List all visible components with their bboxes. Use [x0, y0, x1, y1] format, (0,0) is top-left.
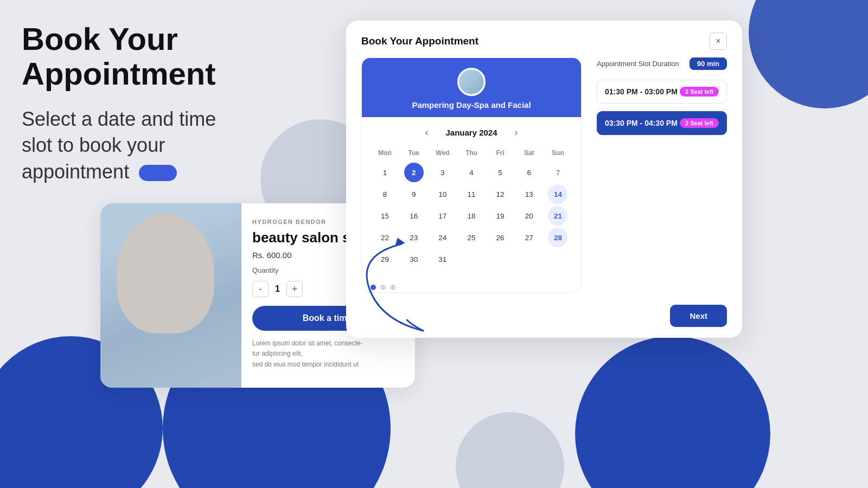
seat-badge-1: 2 Seat left — [680, 87, 719, 97]
page-main-title: Book Your Appointment — [22, 22, 347, 91]
cal-day-29[interactable]: 29 — [375, 249, 395, 269]
cal-header-sat: Sat — [515, 147, 544, 159]
service-avatar — [457, 68, 486, 96]
calendar-section: Pampering Day-Spa and Facial ‹ January 2… — [361, 57, 582, 293]
modal-close-button[interactable]: × — [710, 33, 727, 50]
cal-day-10[interactable]: 10 — [433, 184, 452, 204]
cal-header-tue: Tue — [399, 147, 428, 159]
cal-day-28[interactable]: 28 — [548, 228, 567, 247]
cal-day-9[interactable]: 9 — [404, 184, 424, 204]
bg-shape-top-right — [749, 0, 868, 108]
cal-day-13[interactable]: 13 — [519, 184, 539, 204]
cal-day-7[interactable]: 7 — [548, 163, 567, 182]
cal-header-thu: Thu — [457, 147, 486, 159]
cal-day-14[interactable]: 14 — [548, 184, 567, 204]
cal-day-19[interactable]: 19 — [490, 206, 510, 226]
cal-week-3: 15 16 17 18 19 20 21 — [371, 206, 572, 226]
cal-day-30[interactable]: 30 — [404, 249, 424, 269]
cal-day-17[interactable]: 17 — [433, 206, 452, 226]
cal-day-27[interactable]: 27 — [519, 228, 539, 247]
qty-plus-button[interactable]: + — [286, 281, 303, 297]
month-year-label: January 2024 — [445, 128, 497, 137]
slot-item-1[interactable]: 01:30 PM - 03:00 PM 2 Seat left — [597, 80, 727, 104]
cal-day-24[interactable]: 24 — [433, 228, 452, 247]
slot-duration-label: Appointment Slot Duration — [597, 60, 679, 68]
cal-day-1[interactable]: 1 — [375, 163, 395, 182]
cal-day-15[interactable]: 15 — [375, 206, 395, 226]
cal-day-8[interactable]: 8 — [375, 184, 395, 204]
cal-header-row: Mon Tue Wed Thu Fri Sat Sun — [371, 147, 572, 159]
modal-title: Book Your Appointment — [361, 35, 478, 47]
cal-day-3[interactable]: 3 — [433, 163, 452, 182]
bg-shape-bottom-gray — [456, 412, 564, 488]
cal-header-wed: Wed — [428, 147, 457, 159]
slots-section: Appointment Slot Duration 90 min 01:30 P… — [597, 57, 727, 293]
cal-header-sun: Sun — [544, 147, 572, 159]
cal-dots — [362, 279, 581, 292]
appointment-modal: Book Your Appointment × Pampering Day-Sp… — [346, 21, 742, 338]
slot-time-1: 01:30 PM - 03:00 PM — [605, 87, 678, 96]
page-subtitle: Select a date and time slot to book your… — [22, 106, 347, 185]
cal-day-23[interactable]: 23 — [404, 228, 424, 247]
cal-week-5: 29 30 31 — [371, 249, 572, 269]
next-button[interactable]: Next — [670, 305, 727, 327]
cal-day-6[interactable]: 6 — [519, 163, 539, 182]
cal-day-31[interactable]: 31 — [433, 249, 452, 269]
service-name: Pampering Day-Spa and Facial — [373, 100, 570, 110]
cal-day-16[interactable]: 16 — [404, 206, 424, 226]
cal-day-empty2 — [490, 249, 510, 269]
cal-day-empty3 — [519, 249, 539, 269]
cal-day-4[interactable]: 4 — [462, 163, 481, 182]
product-image — [100, 203, 241, 388]
slot-time-2: 03:30 PM - 04:30 PM — [605, 119, 678, 127]
face-photo — [100, 203, 241, 388]
product-description: Lorem ipsum dolor sit amet, consecte- tu… — [252, 338, 402, 370]
slot-duration-row: Appointment Slot Duration 90 min — [597, 57, 727, 70]
qty-value: 1 — [275, 284, 280, 294]
cal-day-5[interactable]: 5 — [490, 163, 510, 182]
left-section: Book Your Appointment Select a date and … — [22, 22, 347, 195]
cal-day-empty1 — [462, 249, 481, 269]
cal-day-20[interactable]: 20 — [519, 206, 539, 226]
cal-day-12[interactable]: 12 — [490, 184, 510, 204]
cal-day-25[interactable]: 25 — [462, 228, 481, 247]
seat-badge-2: 2 Seat left — [680, 118, 719, 128]
cal-header-mon: Mon — [371, 147, 399, 159]
cal-day-18[interactable]: 18 — [462, 206, 481, 226]
cal-header-fri: Fri — [486, 147, 515, 159]
cal-day-empty4 — [548, 249, 567, 269]
dot-3 — [390, 285, 395, 290]
next-btn-row: Next — [346, 305, 742, 338]
slot-item-2[interactable]: 03:30 PM - 04:30 PM 2 Seat left — [597, 111, 727, 135]
cal-day-22[interactable]: 22 — [375, 228, 395, 247]
modal-header: Book Your Appointment × — [346, 21, 742, 57]
prev-month-button[interactable]: ‹ — [420, 125, 432, 140]
cal-day-21[interactable]: 21 — [548, 206, 567, 226]
bg-shape-bottom-right — [575, 336, 770, 488]
dot-2 — [380, 285, 386, 290]
cal-day-11[interactable]: 11 — [462, 184, 481, 204]
next-month-button[interactable]: › — [510, 125, 522, 140]
slot-duration-badge: 90 min — [690, 57, 727, 70]
calendar-nav: ‹ January 2024 › — [362, 117, 581, 144]
calendar-grid: Mon Tue Wed Thu Fri Sat Sun 1 2 3 4 5 6 … — [362, 144, 581, 279]
avatar-face — [459, 70, 483, 94]
blue-pill-decoration — [139, 165, 177, 181]
calendar-service-header: Pampering Day-Spa and Facial — [362, 58, 581, 117]
modal-body: Pampering Day-Spa and Facial ‹ January 2… — [346, 57, 742, 305]
cal-week-4: 22 23 24 25 26 27 28 — [371, 227, 572, 248]
cal-week-1: 1 2 3 4 5 6 7 — [371, 162, 572, 183]
cal-day-26[interactable]: 26 — [490, 228, 510, 247]
qty-minus-button[interactable]: - — [252, 281, 269, 297]
cal-week-2: 8 9 10 11 12 13 14 — [371, 184, 572, 204]
cal-day-2[interactable]: 2 — [404, 163, 424, 182]
dot-1 — [371, 285, 376, 290]
